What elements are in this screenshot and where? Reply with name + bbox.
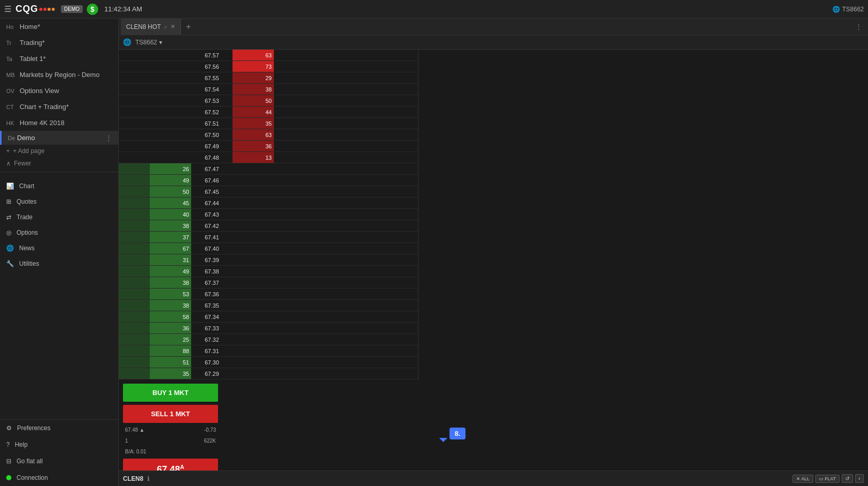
ladder-row[interactable]: 5867.34: [119, 311, 418, 323]
ladder-row[interactable]: 3667.33: [119, 323, 418, 334]
ladder-row[interactable]: 67.4813: [119, 152, 418, 163]
ladder-row[interactable]: 3867.37: [119, 277, 418, 288]
ask-cell[interactable]: [233, 198, 274, 208]
bid-cell[interactable]: 38: [150, 277, 191, 288]
ladder-row[interactable]: 2567.32: [119, 334, 418, 345]
ladder-row[interactable]: 4567.44: [119, 198, 418, 209]
sidebar-item-chart-trading[interactable]: CT Chart + Trading*: [0, 99, 118, 115]
ask-cell[interactable]: [233, 220, 274, 231]
ladder-row[interactable]: 4067.43: [119, 209, 418, 220]
ladder-row[interactable]: 5067.45: [119, 186, 418, 198]
bid-cell[interactable]: [150, 72, 191, 83]
buy-button[interactable]: BUY 1 MKT: [123, 384, 218, 402]
bid-cell[interactable]: [150, 84, 191, 95]
ask-cell[interactable]: 44: [233, 107, 274, 117]
bid-cell[interactable]: 67: [150, 243, 191, 254]
ask-cell[interactable]: [233, 368, 274, 379]
bid-cell[interactable]: 49: [150, 175, 191, 186]
bid-cell[interactable]: 58: [150, 311, 191, 322]
sidebar-item-trading[interactable]: Tr Trading*: [0, 35, 118, 51]
ladder-row[interactable]: 8867.31: [119, 345, 418, 357]
ask-cell[interactable]: 73: [233, 61, 274, 72]
ask-cell[interactable]: [233, 323, 274, 333]
ask-cell[interactable]: 50: [233, 95, 274, 106]
ladder-row[interactable]: 67.5135: [119, 118, 418, 129]
bid-cell[interactable]: 40: [150, 209, 191, 220]
ts-account-badge[interactable]: 🌐 TS8662: [832, 6, 864, 13]
bid-cell[interactable]: [150, 50, 191, 60]
ladder-row[interactable]: 3767.41: [119, 232, 418, 243]
ask-cell[interactable]: 38: [233, 84, 274, 95]
status-flat-btn[interactable]: ▭ FLAT: [815, 475, 840, 483]
sidebar-item-home[interactable]: Ho Home*: [0, 19, 118, 35]
ask-cell[interactable]: [233, 243, 274, 254]
ask-cell[interactable]: [233, 300, 274, 311]
ladder-row[interactable]: 3167.39: [119, 254, 418, 266]
sidebar-tool-trade[interactable]: ⇄ Trade: [0, 209, 118, 225]
ask-cell[interactable]: 13: [233, 152, 274, 163]
bid-cell[interactable]: 88: [150, 345, 191, 356]
sidebar-item-options-view[interactable]: OV Options View: [0, 83, 118, 99]
ladder-row[interactable]: 4967.38: [119, 266, 418, 277]
tab-close-btn[interactable]: ✕: [171, 23, 175, 30]
bid-cell[interactable]: 26: [150, 163, 191, 174]
dollar-badge[interactable]: $: [87, 4, 98, 15]
ask-cell[interactable]: [233, 175, 274, 186]
ladder-row[interactable]: 67.5438: [119, 84, 418, 95]
ask-cell[interactable]: [233, 186, 274, 197]
ladder-row[interactable]: 67.5244: [119, 107, 418, 118]
status-undo-btn[interactable]: ↺: [842, 474, 853, 483]
ask-cell[interactable]: [233, 266, 274, 277]
ask-cell[interactable]: [233, 334, 274, 345]
bid-cell[interactable]: 31: [150, 254, 191, 265]
bid-cell[interactable]: [150, 152, 191, 163]
ladder-row[interactable]: 2667.47: [119, 163, 418, 175]
sidebar-tool-chart[interactable]: 📊 Chart: [0, 178, 118, 194]
ask-cell[interactable]: 29: [233, 72, 274, 83]
bid-cell[interactable]: [150, 141, 191, 151]
tab-add-btn[interactable]: +: [181, 22, 196, 32]
bid-cell[interactable]: 38: [150, 220, 191, 231]
ladder-row[interactable]: 67.4936: [119, 141, 418, 152]
sidebar-preferences[interactable]: ⚙ Preferences: [0, 420, 118, 436]
bid-cell[interactable]: 25: [150, 334, 191, 345]
ladder-row[interactable]: 5167.30: [119, 357, 418, 368]
sidebar-item-markets[interactable]: MB Markets by Region - Demo: [0, 67, 118, 83]
ask-cell[interactable]: [233, 345, 274, 356]
sidebar-item-tablet[interactable]: Ta Tablet 1*: [0, 51, 118, 67]
sidebar-tool-utilities[interactable]: 🔧 Utilities: [0, 256, 118, 271]
bid-cell[interactable]: 38: [150, 300, 191, 311]
hamburger-icon[interactable]: ☰: [4, 4, 11, 14]
ladder-row[interactable]: 67.5529: [119, 72, 418, 84]
ask-cell[interactable]: 36: [233, 141, 274, 151]
bid-cell[interactable]: [150, 118, 191, 129]
bid-cell[interactable]: 50: [150, 186, 191, 197]
ladder-row[interactable]: 67.5763: [119, 50, 418, 61]
fewer-btn[interactable]: ∧ Fewer: [0, 157, 118, 170]
tab-bar-dots[interactable]: ⋮: [856, 23, 866, 31]
bid-cell[interactable]: 45: [150, 198, 191, 208]
ask-cell[interactable]: 63: [233, 129, 274, 140]
bid-cell[interactable]: 36: [150, 323, 191, 333]
sell-button[interactable]: SELL 1 MKT: [123, 405, 218, 423]
sidebar-go-flat[interactable]: ⊟ Go flat all: [0, 453, 118, 469]
status-all-btn[interactable]: ✕ ALL: [793, 475, 813, 483]
sidebar-item-demo[interactable]: De Demo ⋮: [0, 131, 118, 145]
ask-cell[interactable]: [233, 232, 274, 242]
ask-cell[interactable]: [233, 254, 274, 265]
ask-cell[interactable]: [233, 209, 274, 220]
ladder-grid[interactable]: 67.576367.567367.552967.543867.535067.52…: [119, 50, 418, 379]
tab-clen8-hot[interactable]: CLEN8 HOT ○ ✕: [121, 19, 181, 35]
ask-cell[interactable]: [233, 288, 274, 299]
ladder-row[interactable]: 3867.35: [119, 300, 418, 311]
bid-cell[interactable]: [150, 95, 191, 106]
ladder-row[interactable]: 67.5673: [119, 61, 418, 72]
bid-cell[interactable]: 49: [150, 266, 191, 277]
sidebar-tool-quotes[interactable]: ⊞ Quotes: [0, 194, 118, 209]
bid-cell[interactable]: [150, 107, 191, 117]
status-info-icon[interactable]: ℹ: [147, 475, 150, 482]
bid-cell[interactable]: 51: [150, 357, 191, 368]
bid-cell[interactable]: 35: [150, 368, 191, 379]
sidebar-demo-menu[interactable]: ⋮: [105, 134, 112, 142]
sidebar-item-home4k[interactable]: HK Home 4K 2018: [0, 115, 118, 131]
